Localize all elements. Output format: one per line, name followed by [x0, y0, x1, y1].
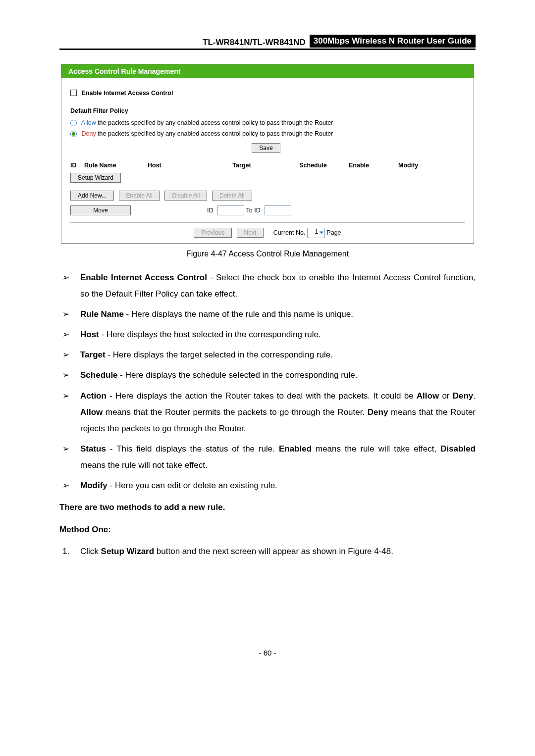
list-item: Enable Internet Access Control - Select …	[59, 269, 476, 302]
th-target: Target	[206, 162, 277, 169]
default-filter-policy-label: Default Filter Policy	[70, 107, 465, 114]
next-button[interactable]: Next	[237, 228, 264, 238]
page-label: Page	[326, 229, 341, 236]
allow-text: the packets specified by any enabled acc…	[96, 119, 333, 126]
move-id-input[interactable]	[217, 205, 244, 215]
enable-access-label: Enable Internet Access Control	[81, 90, 173, 97]
save-row: Save	[70, 143, 465, 153]
th-rule: Rule Name	[84, 162, 148, 169]
deny-word: Deny	[81, 130, 96, 137]
rule-table-header: ID Rule Name Host Target Schedule Enable…	[70, 162, 465, 169]
add-new-button[interactable]: Add New...	[70, 191, 114, 201]
th-host: Host	[148, 162, 206, 169]
enable-access-row: Enable Internet Access Control	[70, 89, 465, 97]
list-item: Host - Here displays the host selected i…	[59, 326, 476, 343]
step-1: 1. Click Setup Wizard button and the nex…	[59, 544, 476, 559]
bulk-buttons-row: Add New... Enable All Disable All Delete…	[70, 191, 465, 201]
list-item-status: Status - This field displays the status …	[59, 441, 476, 473]
list-item: Rule Name - Here displays the name of th…	[59, 306, 476, 322]
save-button[interactable]: Save	[252, 143, 280, 153]
pager-row: Previous Next Current No. 1 Page	[70, 222, 465, 238]
disable-all-button[interactable]: Disable All	[164, 191, 207, 201]
list-item: Schedule - Here displays the schedule se…	[59, 367, 476, 383]
delete-all-button[interactable]: Delete All	[212, 191, 252, 201]
move-toid-label: To ID	[246, 207, 261, 214]
setup-wizard-row: Setup Wizard	[70, 173, 465, 183]
list-item: Target - Here displays the target select…	[59, 347, 476, 363]
page-number: - 60 -	[59, 649, 476, 657]
ui-title: Access Control Rule Management	[61, 64, 474, 78]
ui-screenshot: Access Control Rule Management Enable In…	[61, 64, 474, 244]
ui-body: Enable Internet Access Control Default F…	[61, 78, 474, 243]
deny-text: the packets specified by any enabled acc…	[96, 130, 333, 137]
previous-button[interactable]: Previous	[194, 228, 232, 238]
steps-list: 1. Click Setup Wizard button and the nex…	[59, 544, 476, 559]
page-select-value: 1	[314, 228, 319, 235]
header-model: TL-WR841N/TL-WR841ND	[203, 38, 310, 48]
figure-caption: Figure 4-47 Access Control Rule Manageme…	[59, 250, 476, 258]
step-number: 1.	[62, 544, 69, 559]
allow-word: Allow	[81, 119, 96, 126]
document-page: TL-WR841N/TL-WR841ND 300Mbps Wireless N …	[0, 0, 535, 677]
enable-all-button[interactable]: Enable All	[119, 191, 160, 201]
move-id-label: ID	[207, 207, 214, 214]
page-header: TL-WR841N/TL-WR841ND 300Mbps Wireless N …	[59, 35, 476, 50]
move-row: Move ID To ID	[70, 205, 465, 215]
enable-access-checkbox[interactable]	[70, 90, 77, 96]
th-sched: Schedule	[277, 162, 349, 169]
th-modify: Modify	[398, 162, 465, 169]
method-one-label: Method One:	[59, 522, 476, 538]
setup-wizard-button[interactable]: Setup Wizard	[70, 173, 121, 183]
move-button[interactable]: Move	[70, 205, 131, 215]
radio-allow[interactable]	[70, 120, 77, 126]
methods-intro: There are two methods to add a new rule.	[59, 500, 476, 515]
list-item-modify: Modify - Here you can edit or delete an …	[59, 477, 476, 494]
move-toid-input[interactable]	[265, 205, 291, 215]
header-title-right: 300Mbps Wireless N Router User Guide	[310, 35, 476, 48]
th-id: ID	[70, 162, 84, 169]
feature-list: Enable Internet Access Control - Select …	[59, 269, 476, 494]
policy-deny-row[interactable]: Deny the packets specified by any enable…	[70, 129, 465, 138]
radio-deny[interactable]	[70, 131, 77, 137]
current-no-label: Current No.	[273, 229, 306, 236]
policy-allow-row[interactable]: Allow the packets specified by any enabl…	[70, 118, 465, 127]
th-enable: Enable	[349, 162, 398, 169]
list-item-action: Action - Here displays the action the Ro…	[59, 388, 476, 437]
page-select[interactable]: 1	[307, 228, 325, 238]
